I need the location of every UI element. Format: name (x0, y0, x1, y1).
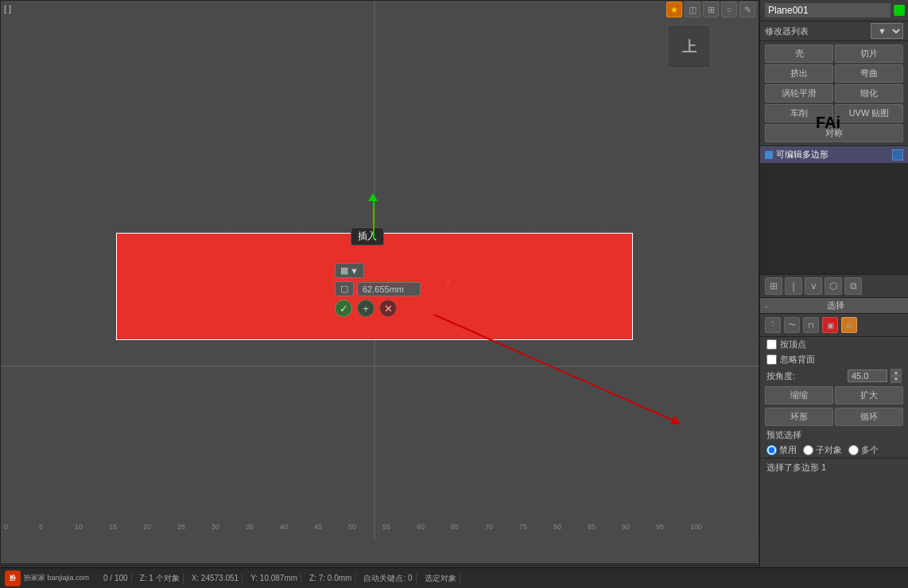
status-x-coord: X: 24573.051 (188, 574, 243, 582)
view-indicator-label: 上 (682, 37, 697, 56)
gizmo-type-dropdown[interactable]: ▦ ▼ (335, 263, 364, 278)
ignore-back-row: 忽略背面 (760, 352, 908, 367)
sel-vertex-icon[interactable]: ·̈ (765, 317, 781, 333)
editable-poly-section: 可编辑多边形 (760, 146, 908, 275)
editable-poly-box[interactable] (892, 149, 903, 161)
status-autokey: 自动关键点: 0 (360, 573, 416, 584)
shrink-button[interactable]: 缩缩 (765, 386, 833, 404)
bp-icon3-button[interactable]: ∨ (805, 277, 822, 295)
radio-sub-input[interactable] (803, 445, 813, 455)
app-logo: 扮 (5, 571, 21, 586)
angle-row: 按角度: ▲ ▼ (760, 367, 908, 385)
angle-input[interactable] (848, 369, 887, 382)
editable-poly-bottom-icons: ⊞ | ∨ ⬡ ⧉ (760, 275, 908, 298)
mod-extrude-button[interactable]: 挤出 (765, 64, 833, 83)
loop-button[interactable]: 循环 (835, 408, 903, 426)
editable-poly-dot (765, 151, 773, 159)
radio-row: 禁用 子对象 多个 (760, 443, 908, 458)
object-color-swatch[interactable] (894, 5, 905, 16)
select-icons-row: ·̈ 〜 ⊓ ▣ ⊙ (760, 314, 908, 337)
gizmo-cancel-button[interactable]: ✕ (379, 300, 397, 317)
editable-poly-canvas (760, 163, 908, 274)
bp-icon1-button[interactable]: ⊞ (765, 277, 782, 295)
modifier-list-dropdown[interactable]: ▼ (871, 23, 903, 39)
status-y-coord: Y: 10.087mm (247, 574, 301, 582)
object-name-input[interactable] (765, 3, 891, 17)
status-z-coord: Z: 7: 0.0mm (306, 574, 355, 582)
object-name-row (760, 0, 908, 21)
modifier-list-label: 修改器列表 (765, 25, 867, 37)
status-selection: 选定对象 (421, 573, 460, 584)
y-axis-arrowhead (368, 193, 378, 201)
sel-edge-icon[interactable]: 〜 (784, 317, 800, 333)
preview-select-row: 预览选择 (760, 427, 908, 443)
status-bar: 扮 扮家家 banjiajia.com 0 / 100 Z: 1 个对象 X: … (0, 567, 908, 588)
gizmo-add-button[interactable]: + (357, 300, 374, 317)
mod-uvw-button[interactable]: UVW 贴图 (835, 104, 903, 122)
expand-button[interactable]: 扩大 (835, 386, 903, 404)
logo-area: 扮 扮家家 banjiajia.com (5, 571, 89, 586)
gizmo-area: ▦ ▼ ▢ ✓ + ✕ (335, 263, 421, 317)
timeline-ticks: 0 5 10 15 20 25 30 35 40 45 50 55 60 65 … (1, 519, 759, 535)
gizmo-grid-icon: ▦ (340, 265, 348, 276)
brand-label: 扮家家 banjiajia.com (24, 573, 89, 583)
gizmo-input-icon[interactable]: ▢ (335, 281, 354, 296)
ignore-back-label: 忽略背面 (780, 354, 815, 366)
radio-multi-input[interactable] (848, 445, 859, 455)
shrink-expand-row: 缩缩 扩大 (760, 385, 908, 406)
ignore-back-checkbox[interactable] (766, 354, 777, 365)
status-text: 选择了多边形 1 (760, 458, 908, 477)
by-vertex-label: 按顶点 (780, 338, 806, 350)
editable-poly-label: 可编辑多边形 (776, 149, 889, 161)
radio-disabled-item[interactable]: 禁用 (766, 444, 797, 456)
select-section-title: 选择 (827, 300, 844, 311)
radio-disabled-label: 禁用 (779, 444, 797, 456)
mod-turbosmooth-button[interactable]: 涡轮平滑 (765, 84, 833, 103)
viewport[interactable]: [ ] 插入 x ▦ ▼ (0, 0, 759, 564)
mod-slice-button[interactable]: 切片 (835, 44, 903, 63)
status-frame-counter: 0 / 100 (100, 574, 132, 582)
select-section-header: - 选择 (760, 298, 908, 314)
by-vertex-row: 按顶点 (760, 337, 908, 352)
radio-multi-label: 多个 (861, 444, 879, 456)
view-icon-button[interactable]: ◫ (685, 2, 700, 17)
x-axis-label: x (446, 277, 451, 287)
by-vertex-checkbox[interactable] (766, 339, 777, 350)
top-toolbar-icons: ★ ◫ ⊞ ○ ✎ (666, 2, 755, 17)
ring-button[interactable]: 环形 (765, 408, 833, 426)
sun-icon-button[interactable]: ★ (666, 2, 682, 17)
angle-down-button[interactable]: ▼ (891, 376, 902, 383)
bp-icon4-button[interactable]: ⬡ (825, 277, 842, 295)
status-object-count: Z: 1 个对象 (137, 573, 184, 584)
radio-sub-label: 子对象 (816, 444, 842, 456)
gizmo-square-icon: ▢ (340, 284, 348, 294)
mod-shell-button[interactable]: 壳 (765, 44, 833, 63)
angle-label: 按角度: (766, 370, 844, 382)
sel-polygon-icon[interactable]: ▣ (822, 317, 838, 333)
ring-loop-row: 环形 循环 (760, 406, 908, 427)
y-axis-arrow (373, 195, 374, 239)
preview-select-label: 预览选择 (766, 430, 801, 439)
angle-up-button[interactable]: ▲ (891, 369, 902, 376)
view-indicator: 上 (667, 25, 711, 68)
radio-disabled-input[interactable] (766, 445, 777, 455)
select-section-dash: - (765, 301, 768, 311)
gizmo-confirm-button[interactable]: ✓ (335, 300, 352, 317)
radio-sub-item[interactable]: 子对象 (803, 444, 842, 456)
modifier-list-row: 修改器列表 ▼ (760, 21, 908, 41)
sel-border-icon[interactable]: ⊓ (803, 317, 819, 333)
gizmo-dropdown-arrow: ▼ (350, 266, 359, 276)
editable-poly-header: 可编辑多边形 (760, 146, 908, 163)
bp-icon5-button[interactable]: ⧉ (844, 277, 862, 295)
settings-icon-button[interactable]: ○ (721, 2, 737, 17)
right-panel: 修改器列表 ▼ 壳 切片 挤出 弯曲 涡轮平滑 细化 车削 UVW 贴图 对称 … (759, 0, 908, 588)
gizmo-value-input[interactable] (357, 282, 421, 296)
help-icon-button[interactable]: ✎ (739, 2, 755, 17)
insert-popup: 插入 (351, 227, 384, 246)
mod-taper-button[interactable]: 弯曲 (835, 64, 903, 83)
bp-icon2-button[interactable]: | (785, 277, 802, 295)
sel-element-icon[interactable]: ⊙ (841, 317, 857, 333)
mod-refine-button[interactable]: 细化 (835, 84, 903, 103)
radio-multi-item[interactable]: 多个 (848, 444, 879, 456)
render-icon-button[interactable]: ⊞ (703, 2, 719, 17)
